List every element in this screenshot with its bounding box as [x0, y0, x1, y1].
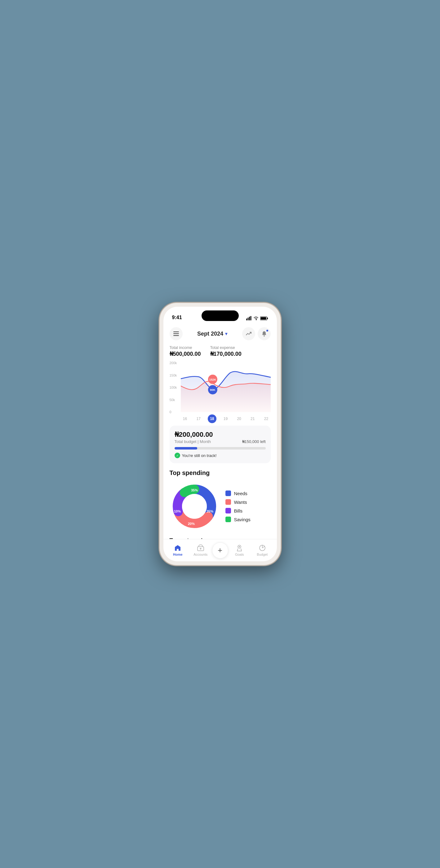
expense-value: ₦170,000.00 [210, 350, 242, 357]
y-label-150k: 150k [170, 373, 181, 377]
budget-nav-icon [259, 544, 266, 552]
header: Sept 2024 ▾ [170, 323, 271, 345]
nav-budget[interactable]: Budget [251, 544, 274, 556]
y-label-0: 0 [170, 410, 181, 414]
income-expense-section: Total income ₦500,000.00 Total expense ₦… [170, 345, 271, 357]
phone-frame: 9:41 [160, 303, 281, 565]
menu-button[interactable] [170, 327, 183, 340]
progress-bar-bg [175, 447, 266, 450]
needs-color [226, 491, 231, 496]
chart-svg: 152K 90K [181, 361, 271, 414]
date-19: 19 [221, 416, 230, 421]
line-chart: 200k 150k 100k 50k 0 [170, 361, 271, 423]
budget-amount: ₦200,000.00 [175, 431, 266, 439]
home-nav-icon [174, 544, 181, 552]
svg-text:10%: 10% [174, 509, 180, 513]
date-18[interactable]: 18 [208, 414, 216, 423]
accounts-nav-label: Accounts [194, 553, 207, 556]
svg-rect-6 [261, 317, 266, 319]
main-content: Sept 2024 ▾ [163, 323, 277, 539]
y-label-100k: 100k [170, 385, 181, 389]
nav-home[interactable]: Home [167, 544, 190, 556]
svg-point-7 [264, 335, 265, 337]
dynamic-island [202, 310, 239, 321]
menu-line-1 [173, 332, 179, 332]
trend-icon [245, 331, 252, 337]
legend-bills: Bills [226, 508, 250, 514]
needs-label: Needs [234, 491, 247, 496]
month-selector[interactable]: Sept 2024 ▾ [197, 331, 227, 337]
wants-label: Wants [234, 499, 247, 505]
chart-button[interactable] [242, 327, 255, 340]
current-month: Sept 2024 [197, 331, 223, 337]
y-label-50k: 50k [170, 398, 181, 402]
legend-needs: Needs [226, 491, 250, 496]
nav-goals[interactable]: Goals [228, 544, 251, 556]
svg-text:90K: 90K [210, 389, 215, 392]
date-axis: 16 17 18 19 20 21 22 [181, 414, 271, 423]
date-17: 17 [194, 416, 203, 421]
chevron-down-icon: ▾ [225, 331, 227, 336]
legend-savings: Savings [226, 517, 250, 522]
svg-rect-5 [267, 318, 268, 319]
phone-screen: 9:41 [163, 307, 277, 561]
svg-text:35%: 35% [191, 488, 198, 492]
top-spending-section: Top spending [170, 469, 271, 531]
date-21: 21 [248, 416, 257, 421]
accounts-nav-icon [197, 544, 204, 552]
top-spending-title: Top spending [170, 469, 271, 476]
savings-color [226, 517, 231, 522]
spending-row: 35% 35% 20% 10% Needs [170, 482, 271, 531]
status-time: 9:41 [172, 315, 182, 321]
svg-point-25 [239, 546, 240, 547]
goals-nav-label: Goals [235, 553, 244, 556]
on-track-row: ✓ You're still on track! [175, 453, 266, 458]
nav-add-button[interactable]: + [212, 542, 228, 558]
menu-line-3 [173, 335, 179, 336]
svg-text:20%: 20% [188, 522, 195, 526]
bills-color [226, 508, 231, 514]
legend-wants: Wants [226, 499, 250, 505]
notification-button[interactable] [258, 327, 271, 340]
on-track-text: You're still on track! [182, 453, 217, 458]
spending-legend: Needs Wants Bills Savings [226, 491, 250, 522]
savings-label: Savings [234, 517, 250, 522]
date-20: 20 [235, 416, 243, 421]
status-icons [246, 316, 268, 321]
donut-svg: 35% 35% 20% 10% [170, 482, 219, 531]
budget-left: ₦150,000 left [242, 439, 266, 444]
add-icon: + [218, 546, 222, 555]
y-label-200k: 200k [170, 361, 181, 365]
bills-label: Bills [234, 508, 243, 514]
signal-icon [246, 316, 252, 320]
svg-rect-1 [247, 318, 248, 320]
svg-rect-0 [246, 318, 247, 320]
income-value: ₦500,000.00 [170, 350, 201, 357]
budget-label: Total budget | Month [175, 439, 211, 444]
income-item: Total income ₦500,000.00 [170, 345, 201, 357]
home-nav-label: Home [173, 553, 183, 556]
budget-nav-label: Budget [257, 553, 268, 556]
svg-text:35%: 35% [206, 509, 213, 513]
svg-rect-2 [249, 317, 250, 320]
wifi-icon [253, 316, 259, 320]
battery-icon [260, 316, 268, 320]
notification-dot [266, 329, 269, 332]
expense-item: Total expense ₦170,000.00 [210, 345, 242, 357]
income-label: Total income [170, 345, 201, 350]
svg-text:152K: 152K [209, 378, 216, 381]
svg-point-16 [182, 494, 207, 519]
date-16: 16 [181, 416, 190, 421]
check-circle-icon: ✓ [175, 453, 180, 458]
header-actions [242, 327, 271, 340]
budget-subtitle-row: Total budget | Month ₦150,000 left [175, 439, 266, 444]
bottom-nav: Home Accounts + Goals [163, 539, 277, 561]
expense-label: Total expense [210, 345, 242, 350]
goals-nav-icon [236, 544, 243, 552]
date-22: 22 [262, 416, 270, 421]
nav-accounts[interactable]: Accounts [189, 544, 212, 556]
budget-card: ₦200,000.00 Total budget | Month ₦150,00… [170, 426, 271, 463]
wants-color [226, 499, 231, 505]
menu-line-2 [173, 333, 179, 334]
progress-bar-fill [175, 447, 198, 450]
